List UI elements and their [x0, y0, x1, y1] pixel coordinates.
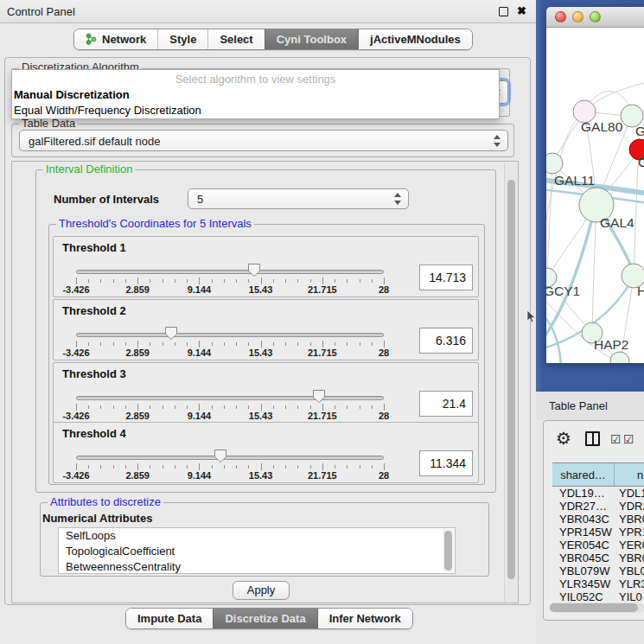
select-all-checkbox-icon[interactable]: ☑: [610, 432, 622, 446]
attributes-group: Attributes to discretize Numerical Attri…: [40, 502, 489, 577]
select-none-checkbox-icon[interactable]: ☑: [623, 432, 634, 446]
thresholds-group: Threshold's Coordinates for 5 Intervals …: [48, 224, 485, 485]
network-icon: [86, 33, 97, 46]
window-close-icon[interactable]: [555, 11, 566, 22]
threshold-1-value[interactable]: 14.713: [419, 265, 473, 290]
float-window-icon[interactable]: [499, 7, 508, 16]
slider-track[interactable]: [76, 270, 384, 274]
table-row[interactable]: YBR043CYBR0: [552, 513, 644, 526]
dropdown-item-equal-width-frequency[interactable]: Equal Width/Frequency Discretization: [14, 104, 201, 117]
apply-button[interactable]: Apply: [233, 581, 290, 600]
threshold-3-panel: Threshold 3 -3.4262.8599.14415.4321.7152…: [53, 362, 479, 424]
tab-cyni-toolbox[interactable]: Cyni Toolbox: [265, 29, 358, 49]
tab-jactivemnodules[interactable]: jActiveMNodules: [358, 29, 472, 49]
network-node-label: GAL11: [554, 173, 595, 188]
table-data-combobox[interactable]: galFiltered.sif default node: [19, 130, 508, 151]
table-header-row: shared… n: [552, 462, 644, 487]
tab-impute-data[interactable]: Impute Data: [126, 609, 213, 628]
mouse-cursor: [526, 309, 536, 323]
attribute-item[interactable]: SelfLoops: [59, 528, 455, 544]
threshold-label: Threshold 1: [62, 241, 126, 254]
network-node[interactable]: [546, 153, 563, 174]
interval-definition-group: Interval Definition Number of Intervals …: [35, 169, 496, 493]
tab-infer-network[interactable]: Infer Network: [317, 609, 412, 628]
slider-scale: -3.4262.8599.14415.4321.71528: [76, 284, 384, 295]
combo-stepper-icon: [493, 135, 501, 147]
gear-icon[interactable]: ⚙: [556, 429, 571, 448]
table-row[interactable]: YDL19…YDL1: [552, 487, 644, 500]
control-panel-titlebar: Control Panel ✖: [0, 0, 536, 23]
tab-label: Select: [220, 33, 252, 46]
settings-vertical-scrollbar[interactable]: [504, 163, 517, 602]
slider-track[interactable]: [76, 333, 384, 337]
tab-select[interactable]: Select: [207, 29, 264, 49]
attribute-item[interactable]: TopologicalCoefficient: [59, 544, 455, 559]
tab-label: jActiveMNodules: [370, 33, 461, 46]
slider-track[interactable]: [76, 396, 384, 400]
settings-scroll-area: Interval Definition Number of Intervals …: [11, 161, 519, 603]
panel-title: Control Panel: [7, 5, 75, 18]
network-node[interactable]: [610, 352, 629, 363]
group-title: Table Data: [19, 118, 78, 130]
table-toolbar: ⚙ ☑ ☑: [544, 421, 644, 461]
table-row[interactable]: YER054CYER0: [552, 539, 644, 552]
table-row[interactable]: YIL052CYIL0: [552, 590, 644, 603]
slider-thumb[interactable]: [247, 263, 261, 277]
cytoscape-desktop: GAL80GCGAL11GAL4GCY1HHAP2: [536, 0, 644, 392]
slider-ticks: [76, 341, 384, 348]
tab-label: Network: [102, 33, 146, 46]
tab-discretize-data[interactable]: Discretize Data: [213, 609, 316, 628]
tab-label: Infer Network: [329, 612, 401, 625]
table-row[interactable]: YDR27…YDR2: [552, 500, 644, 513]
table-row[interactable]: YLR345WYLR3: [552, 577, 644, 590]
slider-scale: -3.4262.8599.14415.4321.71528: [76, 348, 384, 358]
threshold-3-value[interactable]: 21.4: [419, 391, 473, 417]
group-title: Threshold's Coordinates for 5 Intervals: [56, 218, 254, 230]
slider-thumb[interactable]: [312, 389, 326, 404]
combo-value: 5: [197, 193, 203, 206]
table-panel-title: Table Panel: [549, 399, 608, 412]
column-header-name[interactable]: n: [615, 463, 644, 486]
attributes-scrollbar[interactable]: [443, 529, 454, 572]
network-node-label: C: [638, 155, 644, 169]
network-canvas[interactable]: GAL80GCGAL11GAL4GCY1HHAP2: [546, 28, 644, 363]
dropdown-hint: Select algorithm to view settings: [12, 73, 499, 86]
table-horizontal-scrollbar[interactable]: [549, 603, 644, 613]
table-panel-titlebar: Table Panel: [536, 392, 644, 420]
columns-icon[interactable]: [585, 431, 600, 446]
network-view-window[interactable]: GAL80GCGAL11GAL4GCY1HHAP2: [546, 7, 644, 363]
slider-scale: -3.4262.8599.14415.4321.71528: [76, 470, 384, 481]
tab-style[interactable]: Style: [157, 29, 207, 49]
attribute-item[interactable]: BetweennessCentrality: [59, 559, 455, 574]
combo-stepper-icon: [393, 193, 401, 205]
table-row[interactable]: YPR145WYPR1: [552, 526, 644, 539]
node-table-panel: ⚙ ☑ ☑ shared… n YDL19…YDL1YDR27…YDR2YBR0…: [543, 420, 644, 621]
close-icon[interactable]: ✖: [517, 4, 526, 17]
table-row[interactable]: YBR045CYBR0: [552, 552, 644, 564]
slider-thumb[interactable]: [164, 326, 178, 341]
threshold-2-value[interactable]: 6.316: [419, 328, 473, 354]
window-minimize-icon[interactable]: [572, 11, 583, 22]
threshold-4-value[interactable]: 11.344: [419, 450, 473, 476]
network-node-label: H: [637, 284, 644, 298]
tab-label: Style: [169, 33, 196, 46]
dropdown-item-manual-discretization[interactable]: Manual Discretization: [14, 88, 130, 101]
numerical-attributes-label: Numerical Attributes: [42, 512, 152, 525]
number-of-intervals-label: Number of Intervals: [54, 193, 159, 206]
group-title: Attributes to discretize: [48, 496, 163, 508]
table-rows: YDL19…YDL1YDR27…YDR2YBR043CYBR0YPR145WYP…: [552, 487, 644, 603]
column-header-shared-name[interactable]: shared…: [552, 463, 615, 486]
slider-ticks: [76, 277, 384, 284]
table-row[interactable]: YBL079WYBL0: [552, 564, 644, 577]
slider-thumb[interactable]: [214, 449, 227, 463]
numerical-attributes-list[interactable]: SelfLoopsTopologicalCoefficientBetweenne…: [58, 527, 456, 574]
number-of-intervals-combobox[interactable]: 5: [188, 188, 409, 209]
group-title: Interval Definition: [43, 163, 135, 175]
network-window-titlebar: [546, 7, 644, 28]
slider-scale: -3.4262.8599.14415.4321.71528: [76, 411, 384, 421]
slider-track[interactable]: [76, 456, 384, 460]
network-node-label: GCY1: [546, 284, 580, 298]
tab-network[interactable]: Network: [74, 29, 157, 49]
network-node-label: GAL80: [581, 119, 623, 134]
window-zoom-icon[interactable]: [590, 11, 601, 22]
